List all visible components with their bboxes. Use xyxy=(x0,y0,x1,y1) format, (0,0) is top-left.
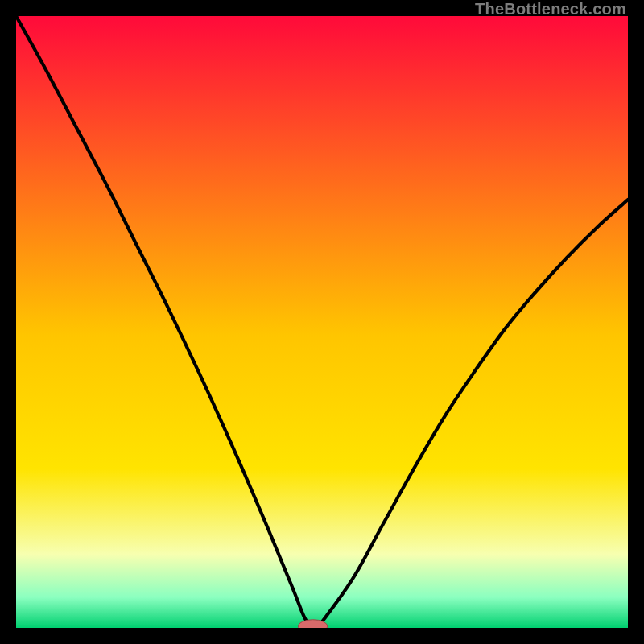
bottleneck-chart xyxy=(16,16,628,628)
plot-area xyxy=(16,16,628,628)
chart-frame: TheBottleneck.com xyxy=(0,0,644,644)
gradient-background xyxy=(16,16,628,628)
